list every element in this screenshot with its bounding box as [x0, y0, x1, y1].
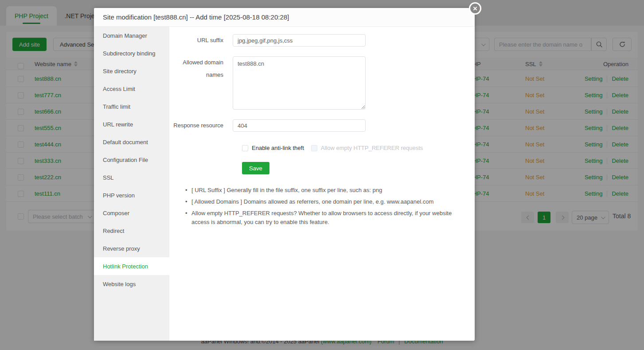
sidebar-item[interactable]: URL rewrite: [94, 115, 169, 133]
sidebar-item[interactable]: Subdirectory binding: [94, 44, 169, 62]
modal-sidebar: Domain Manager Subdirectory binding Site…: [94, 27, 169, 341]
sidebar-item[interactable]: Composer: [94, 204, 169, 222]
sidebar-item[interactable]: Website logs: [94, 275, 169, 293]
sidebar-item[interactable]: Site directory: [94, 62, 169, 80]
allow-empty-referer-label: Allow empty HTTP_REFERER requests: [321, 145, 423, 151]
bullet-icon: •: [185, 186, 191, 195]
sidebar-item[interactable]: Domain Manager: [94, 27, 169, 44]
modal-close-button[interactable]: ✕: [469, 2, 481, 15]
sidebar-item[interactable]: Reverse proxy: [94, 240, 169, 257]
allow-empty-referer-checkbox: [311, 145, 317, 151]
url-suffix-label: URL suffix: [169, 34, 233, 47]
help-note: • [ Allowed Domains ] Domains allowed as…: [185, 197, 471, 206]
sidebar-item[interactable]: SSL: [94, 169, 169, 186]
modal-title: Site modification [test888.cn] -- Add ti…: [94, 8, 475, 27]
sidebar-item[interactable]: Redirect: [94, 222, 169, 240]
allowed-domains-label: Allowed domain names: [169, 56, 233, 110]
response-resource-input[interactable]: [233, 119, 366, 132]
bullet-icon: •: [185, 209, 191, 227]
enable-anti-link-theft-checkbox[interactable]: [242, 145, 248, 151]
help-note: • Allow empty HTTP_REFERER requests? Whe…: [185, 209, 471, 227]
sidebar-item[interactable]: PHP version: [94, 186, 169, 204]
url-suffix-input[interactable]: [233, 34, 366, 47]
help-notes: • [ URL Suffix ] Generally fill in the f…: [185, 186, 471, 227]
close-icon: ✕: [473, 6, 478, 12]
save-button[interactable]: Save: [242, 162, 269, 174]
response-resource-label: Response resource: [169, 119, 233, 132]
sidebar-item[interactable]: Configuration File: [94, 151, 169, 169]
sidebar-item[interactable]: Hotlink Protection: [94, 257, 169, 275]
bullet-icon: •: [185, 197, 191, 206]
sidebar-item[interactable]: Traffic limit: [94, 98, 169, 115]
sidebar-item[interactable]: Default document: [94, 133, 169, 151]
help-note: • [ URL Suffix ] Generally fill in the f…: [185, 186, 471, 195]
sidebar-item[interactable]: Access Limit: [94, 80, 169, 98]
hotlink-protection-panel: URL suffix Allowed domain names test888.…: [169, 27, 475, 341]
enable-anti-link-theft-label[interactable]: Enable anti-link theft: [252, 145, 304, 151]
site-modification-modal: Site modification [test888.cn] -- Add ti…: [94, 8, 475, 341]
allowed-domains-textarea[interactable]: test888.cn: [233, 56, 366, 110]
